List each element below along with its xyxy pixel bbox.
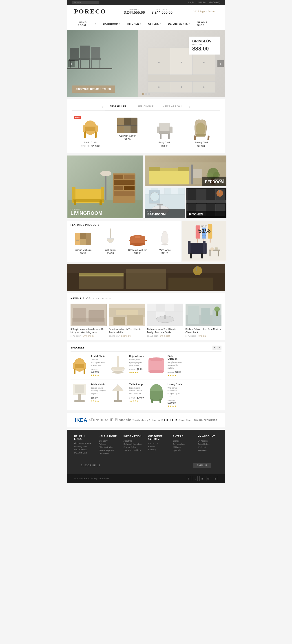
menu-item-living-room[interactable]: LIVING ROOM ▾ <box>74 18 99 30</box>
svg-rect-132 <box>210 251 211 256</box>
product-price-easy-chair: $39.99 <box>148 145 181 148</box>
special-item-arstid[interactable]: Arstid Chair Product description Seat Fr… <box>71 355 106 376</box>
product-item-poang[interactable]: Poang Chair $159.00 <box>183 114 220 150</box>
footer-link-delivery[interactable]: Delivery Information <box>124 443 144 445</box>
footer-link-planning[interactable]: Planning Tools <box>74 446 94 448</box>
special-item-pink-cushion[interactable]: Pink Cushion People & Planet. Renewable … <box>147 355 183 376</box>
footer-link-secure-payment[interactable]: Secure Payment <box>99 449 119 452</box>
find-kitchen-button[interactable]: FIND YOUR DREAM KITCHEN <box>72 86 115 93</box>
svg-rect-46 <box>168 134 170 139</box>
footer-link-newsletter[interactable]: Newsletter <box>198 449 218 452</box>
brand-pinnacle[interactable]: IE Pinnacle <box>110 418 131 422</box>
middle-right-bedroom[interactable]: INSPIRATION BEDROOM <box>145 156 226 186</box>
footer-col-helpful-links: HELPFUL LINKS Find an IKEA Store Plannin… <box>74 435 94 456</box>
news-scene-3 <box>147 304 183 326</box>
tab-news-arrival[interactable]: NEWS ARRIVAL <box>158 103 187 110</box>
brand-soving[interactable]: SOVING FURNITURE <box>194 419 217 421</box>
footer-link-brands[interactable]: Brands <box>173 440 193 442</box>
news-item-1[interactable]: 3 Simple ways to breathe new life into y… <box>71 304 107 337</box>
product-item-cushion[interactable]: Cushion Cover $9.00 <box>109 114 146 150</box>
middle-right-bathroom[interactable]: IDEAL BATHROOM <box>145 188 185 218</box>
specials-prev-button[interactable]: ‹ <box>212 346 216 350</box>
product-item-arstid-chair[interactable]: SALE Arstid Chair $399.00 $299.00 <box>72 114 109 150</box>
slide-prev-button[interactable]: ‹ <box>68 60 75 67</box>
special-item-usang[interactable]: Usang Chair The frame withstands weights… <box>147 383 183 407</box>
menu-item-offers[interactable]: OFFERS ▾ <box>145 19 164 28</box>
brand-chairtech[interactable]: ChairTech <box>179 419 192 422</box>
social-facebook-icon[interactable]: f <box>186 476 191 481</box>
footer-link-terms[interactable]: Terms & Conditions <box>124 449 144 452</box>
svg-rect-55 <box>73 199 104 202</box>
kitchen-label: KITCHEN <box>186 211 226 218</box>
footer-link-find-ikea[interactable]: Find an IKEA Store <box>74 442 94 444</box>
social-twitter-icon[interactable]: t <box>193 476 198 481</box>
support-button[interactable]: 24/24 Support Online <box>190 9 218 14</box>
middle-right-col: INSPIRATION BEDROOM <box>145 156 226 218</box>
footer-link-sitemap[interactable]: Site Map <box>148 448 168 451</box>
footer-link-our-story[interactable]: Our Story <box>99 440 119 442</box>
subscribe-button[interactable]: SIGN UP <box>193 463 211 468</box>
cart-link[interactable]: My Cart (0) <box>209 1 220 4</box>
tab-next-button[interactable]: › <box>187 105 192 109</box>
slide-dot-2[interactable] <box>145 93 147 95</box>
svg-point-118 <box>161 244 168 245</box>
middle-right-kitchen[interactable]: KITCHEN <box>186 188 226 218</box>
currency-selector[interactable]: US Dollar <box>196 1 206 4</box>
specials-next-button[interactable]: › <box>217 346 221 350</box>
footer-link-shipping[interactable]: Shipping Policy <box>99 446 119 448</box>
login-link[interactable]: Login <box>188 1 194 4</box>
tab-bestseller[interactable]: BESTSELLER <box>105 103 131 110</box>
slide-dot-3[interactable] <box>148 93 150 95</box>
slide-dot-1[interactable] <box>142 93 144 95</box>
featured-item-cushion[interactable]: Cushion Multicolor $5.99 <box>71 231 96 254</box>
product-price-poang: $159.00 <box>185 145 218 148</box>
social-other-icon[interactable]: ⊕ <box>213 476 218 481</box>
hotline-group: Hotline 1: 3.244.555.66 Hotline 1: 3.244… <box>124 8 172 14</box>
featured-item-vase[interactable]: Vase White $19.99 <box>153 231 178 254</box>
news-item-3[interactable]: Bathroom Ideas The Ultimate Design Resou… <box>147 304 183 337</box>
menu-item-bathroom[interactable]: BATHROOM ▾ <box>99 19 124 28</box>
footer-link-returns[interactable]: Returns <box>99 443 119 445</box>
footer-link-gift-card[interactable]: IKEA Gift Card <box>74 452 94 454</box>
search-input[interactable] <box>72 1 99 4</box>
social-googleplus-icon[interactable]: g+ <box>206 476 211 481</box>
footer-link-specials[interactable]: Specials <box>173 449 193 452</box>
social-linkedin-icon[interactable]: in <box>199 476 204 481</box>
footer-link-my-account[interactable]: My Account <box>198 440 218 442</box>
footer-link-order-history[interactable]: Order History <box>198 443 218 445</box>
footer-link-privacy[interactable]: Privacy Policy <box>124 446 144 448</box>
middle-left-livingroom[interactable]: FURNITURE LIVINGROOM <box>67 156 143 218</box>
news-item-4[interactable]: Kitchen Cabinet Ideas for a Modern Class… <box>185 304 222 337</box>
product-price-cushion: $9.00 <box>111 138 144 141</box>
featured-image-cushion <box>74 231 92 247</box>
footer-link-about[interactable]: About Us <box>124 440 144 442</box>
news-item-2[interactable]: Seattle Apartments The Ultimate Renters … <box>109 304 145 337</box>
footer-link-contact-help[interactable]: Contact Us <box>99 452 119 454</box>
menu-item-kitchen[interactable]: KITCHEN ▾ <box>124 19 145 28</box>
featured-image-casserole <box>129 231 147 247</box>
footer-link-affiliates[interactable]: Affiliates <box>173 446 193 448</box>
special-item-klabb[interactable]: Table Klabb Special waste-handling may b… <box>71 383 106 407</box>
brand-kohler[interactable]: KOHLER <box>161 418 177 422</box>
special-item-kajuta[interactable]: Kajuta Lamp Shade, base. Epoxy-polyester… <box>109 355 145 376</box>
footer-link-gift-vouchers[interactable]: Gift Vouchers <box>173 443 193 445</box>
brand-ikea[interactable]: IKEA <box>75 417 88 423</box>
brand-tecklenburg[interactable]: Tecklenburg & Raptor <box>133 419 160 422</box>
special-info-pink-cushion: Pink Cushion People & Planet. Renewable … <box>168 355 183 376</box>
featured-item-lamp[interactable]: Wall Lamp $14.99 <box>98 231 123 254</box>
svg-rect-185 <box>117 391 119 401</box>
footer-link-wish-list[interactable]: Wish List <box>198 446 218 448</box>
news-all-articles-link[interactable]: - ALL ARTICLES <box>96 297 111 300</box>
brand-sfurniture[interactable]: sFurniture <box>89 418 109 422</box>
footer-link-returns-cs[interactable]: Returns <box>148 446 168 448</box>
footer-link-contact-cs[interactable]: Contact Us <box>148 442 168 444</box>
slide-next-button[interactable]: › <box>217 60 224 67</box>
menu-item-news-blog[interactable]: NEWS & BLOG <box>193 18 218 30</box>
featured-item-casserole[interactable]: Casserole With Lid $39.99 <box>125 231 150 254</box>
product-item-easy-chair[interactable]: Easy Chair $39.99 <box>146 114 183 150</box>
tab-prev-button[interactable]: ‹ <box>99 105 105 109</box>
tab-user-choice[interactable]: USER CHOICE <box>131 103 158 110</box>
special-item-table-lamp[interactable]: Table Lamp Includes pull switch. Use an … <box>109 383 145 407</box>
footer-link-ikea-services[interactable]: IKEA Services <box>74 448 94 451</box>
menu-item-departments[interactable]: DEPARTMENTS ▾ <box>164 19 193 28</box>
